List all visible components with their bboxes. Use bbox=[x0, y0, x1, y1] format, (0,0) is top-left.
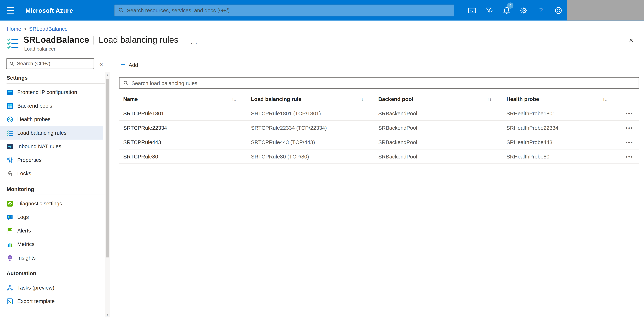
help-button[interactable]: ? bbox=[532, 0, 550, 20]
logs-icon bbox=[6, 214, 13, 220]
health-probe-cell: SRHealthProbe80 bbox=[502, 149, 618, 164]
sidebar-item-metrics[interactable]: Metrics bbox=[0, 237, 103, 251]
search-icon bbox=[118, 8, 124, 13]
topbar-actions: 4 ? bbox=[463, 0, 644, 20]
notifications-button[interactable]: 4 bbox=[498, 0, 515, 20]
sidebar-item-export-template[interactable]: Export template bbox=[0, 294, 103, 308]
health-probe-cell: SRHealthProbe1801 bbox=[502, 106, 618, 120]
search-icon bbox=[10, 61, 14, 66]
global-search-box[interactable] bbox=[114, 4, 454, 16]
rule-definition-cell: SRTCPRule22334 (TCP/22334) bbox=[247, 120, 374, 135]
sidebar-item-insights[interactable]: Insights bbox=[0, 251, 103, 264]
inbound-nat-rules-icon bbox=[6, 143, 13, 150]
sort-icon: ↑↓ bbox=[232, 97, 236, 102]
sidebar-item-frontend-ip-configuration[interactable]: Frontend IP configuration bbox=[0, 85, 103, 99]
rule-name-cell: SRTCPRule1801 bbox=[119, 106, 247, 120]
backend-pools-icon bbox=[6, 102, 13, 109]
scroll-down-icon[interactable]: ▼ bbox=[105, 313, 110, 316]
blade-content: + Add Name↑↓ Load balancing rule↑↓ Backe… bbox=[112, 54, 644, 318]
row-menu-button[interactable]: ••• bbox=[626, 140, 633, 145]
scrollbar-thumb[interactable] bbox=[106, 79, 109, 258]
section-title-settings: Settings bbox=[6, 75, 105, 84]
cloud-shell-button[interactable] bbox=[463, 0, 480, 20]
rule-name-cell: SRTCPRule443 bbox=[119, 135, 247, 149]
col-header-health-probe[interactable]: Health probe↑↓ bbox=[502, 93, 618, 106]
backend-pool-cell: SRBackendPool bbox=[374, 135, 502, 149]
directory-filter-button[interactable] bbox=[480, 0, 498, 20]
page-title: SRLoadBalance|Load balancing rules bbox=[24, 35, 178, 45]
sidebar-item-tasks-preview[interactable]: Tasks (preview) bbox=[0, 281, 103, 294]
add-button[interactable]: + Add bbox=[119, 60, 142, 70]
sidebar-search-input[interactable] bbox=[17, 61, 91, 66]
scroll-up-icon[interactable]: ▲ bbox=[105, 74, 110, 76]
col-header-load-balancing-rule[interactable]: Load balancing rule↑↓ bbox=[247, 93, 374, 106]
global-search-input[interactable] bbox=[127, 7, 450, 13]
col-header-name[interactable]: Name↑↓ bbox=[119, 93, 247, 106]
sort-icon: ↑↓ bbox=[602, 97, 607, 102]
close-blade-button[interactable]: × bbox=[626, 36, 636, 45]
sidebar-item-alerts[interactable]: Alerts bbox=[0, 224, 103, 238]
resource-name: SRLoadBalance bbox=[24, 35, 89, 44]
azure-brand-link[interactable]: Microsoft Azure bbox=[21, 7, 73, 14]
sidebar-item-locks[interactable]: Locks bbox=[0, 167, 103, 180]
account-area-redacted bbox=[567, 0, 644, 20]
breadcrumb-home-link[interactable]: Home bbox=[7, 26, 21, 32]
table-header-row: Name↑↓ Load balancing rule↑↓ Backend poo… bbox=[119, 93, 639, 106]
add-button-label: Add bbox=[128, 62, 138, 68]
directory-filter-icon bbox=[485, 6, 493, 14]
table-row[interactable]: SRTCPRule1801 SRTCPRule1801 (TCP/1801) S… bbox=[119, 106, 639, 120]
diagnostic-settings-icon bbox=[6, 200, 13, 207]
backend-pool-cell: SRBackendPool bbox=[374, 106, 502, 120]
section-title-monitoring: Monitoring bbox=[6, 186, 105, 195]
settings-button[interactable] bbox=[515, 0, 532, 20]
load-balancing-rules-table: Name↑↓ Load balancing rule↑↓ Backend poo… bbox=[119, 93, 639, 164]
alerts-icon bbox=[6, 227, 13, 234]
sidebar-item-diagnostic-settings[interactable]: Diagnostic settings bbox=[0, 197, 103, 210]
sort-icon: ↑↓ bbox=[359, 97, 364, 102]
resource-menu-sidebar: « Settings Frontend IP configuration Bac… bbox=[0, 54, 112, 318]
sidebar-item-inbound-nat-rules[interactable]: Inbound NAT rules bbox=[0, 140, 103, 153]
row-menu-button[interactable]: ••• bbox=[626, 111, 633, 116]
sidebar-item-load-balancing-rules[interactable]: Load balancing rules bbox=[0, 126, 103, 140]
section-title-automation: Automation bbox=[6, 270, 105, 279]
rule-name-cell: SRTCPRule22334 bbox=[119, 120, 247, 135]
search-icon bbox=[123, 80, 128, 86]
insights-icon bbox=[6, 254, 13, 261]
health-probe-cell: SRHealthProbe22334 bbox=[502, 120, 618, 135]
load-balancing-rules-icon bbox=[6, 130, 13, 136]
rules-search-box[interactable] bbox=[119, 77, 639, 89]
col-header-backend-pool[interactable]: Backend pool↑↓ bbox=[374, 93, 502, 106]
resource-type-label: Load balancer bbox=[24, 46, 178, 52]
breadcrumb-current-link[interactable]: SRLoadBalance bbox=[29, 26, 68, 32]
sidebar-collapse-button[interactable]: « bbox=[100, 60, 103, 67]
row-menu-button[interactable]: ••• bbox=[626, 126, 633, 130]
gear-icon bbox=[520, 6, 528, 14]
properties-icon bbox=[6, 157, 13, 163]
table-row[interactable]: SRTCPRule80 SRTCPRule80 (TCP/80) SRBacke… bbox=[119, 149, 639, 164]
row-menu-button[interactable]: ••• bbox=[626, 154, 633, 159]
sidebar-scrollbar[interactable]: ▲ ▼ bbox=[105, 72, 110, 317]
sidebar-search-box[interactable] bbox=[6, 58, 94, 69]
breadcrumb: Home > SRLoadBalance bbox=[0, 20, 644, 32]
backend-pool-cell: SRBackendPool bbox=[374, 120, 502, 135]
export-template-icon bbox=[6, 298, 13, 304]
help-icon: ? bbox=[539, 7, 543, 14]
page-header: SRLoadBalance|Load balancing rules Load … bbox=[0, 32, 644, 54]
title-more-button[interactable]: ··· bbox=[190, 40, 198, 46]
frontend-ip-configuration-icon bbox=[6, 89, 13, 95]
tasks-icon bbox=[6, 284, 13, 291]
sidebar-item-backend-pools[interactable]: Backend pools bbox=[0, 99, 103, 112]
feedback-button[interactable] bbox=[550, 0, 567, 20]
rules-search-input[interactable] bbox=[132, 80, 635, 86]
hamburger-menu-button[interactable] bbox=[0, 0, 21, 20]
title-separator: | bbox=[93, 35, 95, 44]
table-row[interactable]: SRTCPRule443 SRTCPRule443 (TCP/443) SRBa… bbox=[119, 135, 639, 149]
table-row[interactable]: SRTCPRule22334 SRTCPRule22334 (TCP/22334… bbox=[119, 120, 639, 135]
load-balancing-rules-blade-icon bbox=[6, 37, 19, 49]
sidebar-item-properties[interactable]: Properties bbox=[0, 153, 103, 167]
sidebar-item-health-probes[interactable]: Health probes bbox=[0, 112, 103, 126]
health-probes-icon bbox=[6, 116, 13, 122]
command-bar: + Add bbox=[119, 58, 639, 72]
sidebar-item-logs[interactable]: Logs bbox=[0, 210, 103, 224]
sort-icon: ↑↓ bbox=[487, 97, 492, 102]
